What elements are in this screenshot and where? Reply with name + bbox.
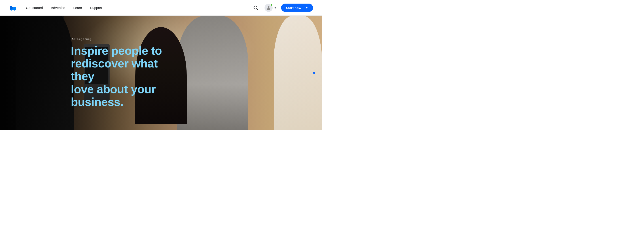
nav-link-get-started[interactable]: Get started [26, 6, 43, 10]
start-now-dropdown-icon: ▼ [303, 6, 308, 10]
navbar-left: Get started Advertise Learn Support [9, 4, 102, 12]
svg-line-1 [256, 9, 258, 10]
hero-title: Inspire people to rediscover what they l… [71, 44, 183, 108]
navbar-right: ▼ Start now ▼ [252, 4, 313, 12]
chevron-down-icon: ▼ [274, 6, 276, 10]
user-avatar-container [264, 4, 272, 12]
hero-title-line1: Inspire people to [71, 44, 162, 57]
meta-logo-icon [9, 4, 17, 12]
hero-title-line4: business. [71, 95, 124, 108]
hero-content: Retargeting Inspire people to rediscover… [71, 37, 183, 108]
main-nav: Get started Advertise Learn Support [26, 6, 102, 10]
nav-link-learn[interactable]: Learn [73, 6, 82, 10]
user-icon [266, 5, 271, 11]
search-icon [253, 5, 258, 10]
hero-section: Retargeting Inspire people to rediscover… [0, 16, 322, 130]
slide-indicator-dot[interactable] [313, 72, 315, 74]
nav-item-get-started[interactable]: Get started [26, 6, 43, 10]
user-account[interactable]: ▼ [264, 4, 276, 12]
navbar: Get started Advertise Learn Support [0, 0, 322, 16]
start-now-label: Start now [286, 6, 301, 10]
search-button[interactable] [252, 4, 260, 12]
svg-point-2 [268, 6, 270, 8]
nav-item-learn[interactable]: Learn [73, 6, 82, 10]
start-now-button[interactable]: Start now ▼ [281, 4, 313, 12]
nav-item-support[interactable]: Support [90, 6, 102, 10]
hero-title-line2: rediscover what they [71, 57, 158, 83]
notification-dot [270, 4, 272, 6]
nav-link-advertise[interactable]: Advertise [51, 6, 65, 10]
hero-title-line3: love about your [71, 82, 156, 95]
meta-logo[interactable] [9, 4, 17, 12]
nav-link-support[interactable]: Support [90, 6, 102, 10]
hero-label: Retargeting [71, 37, 183, 41]
nav-item-advertise[interactable]: Advertise [51, 6, 65, 10]
